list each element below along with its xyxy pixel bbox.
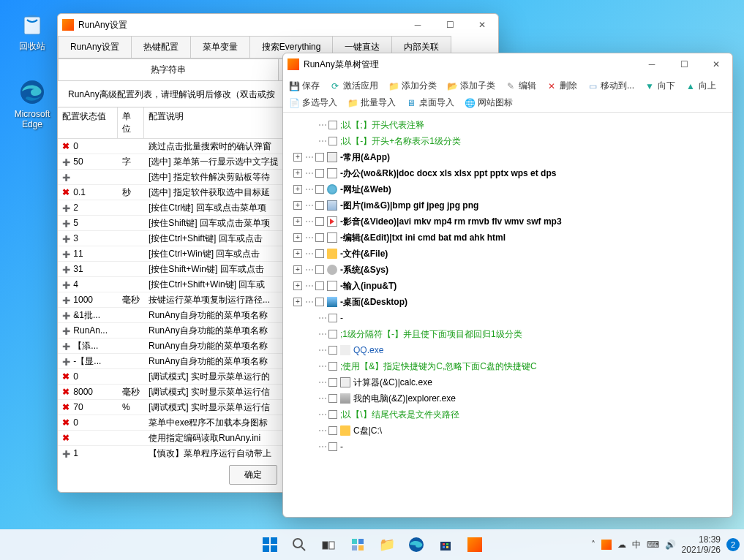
expand-toggle[interactable]: + [293, 249, 302, 258]
tree-node[interactable]: ⋯QQ.exe [289, 342, 726, 358]
tray-chevron-icon[interactable]: ˄ [591, 540, 595, 550]
tree-checkbox[interactable] [328, 121, 337, 129]
tray-onedrive-icon[interactable]: ☁ [617, 540, 626, 550]
col-unit[interactable]: 单位 [118, 107, 144, 138]
tray-clock[interactable]: 18:39 2021/9/26 [682, 534, 721, 556]
tray-ime-button[interactable]: 中 [632, 539, 641, 551]
tree-checkbox[interactable] [315, 298, 324, 306]
tray-runany-icon[interactable] [601, 540, 612, 550]
desktop-icon-edge[interactable]: Microsoft Edge [10, 77, 54, 129]
expand-toggle[interactable]: + [293, 201, 302, 210]
tree-checkbox[interactable] [328, 362, 337, 371]
tree-node[interactable]: ⋯;以【-】开头+名称表示1级分类 [289, 133, 726, 149]
tree-checkbox[interactable] [328, 410, 337, 419]
tree-node[interactable]: +⋯-输入(inpu&T) [289, 278, 726, 294]
tree-checkbox[interactable] [315, 217, 324, 226]
expand-toggle[interactable]: + [293, 265, 302, 274]
tree-checkbox[interactable] [328, 426, 337, 435]
tree-node[interactable]: +⋯-影音(&Video)|avi mkv mp4 rm rmvb flv wm… [289, 213, 726, 230]
tree-checkbox[interactable] [315, 169, 324, 178]
tree-node[interactable]: +⋯-办公(wo&Rk)|doc docx xls xlsx ppt pptx … [289, 165, 726, 181]
move-down-button[interactable]: ▼向下 [643, 78, 677, 94]
tree-node[interactable]: ⋯;1级分隔符【-】并且使下面项目都回归1级分类 [289, 326, 726, 342]
expand-toggle[interactable]: + [293, 185, 302, 194]
tree-node[interactable]: ⋯;以【\】结尾代表是文件夹路径 [289, 406, 726, 423]
desktop-import-button[interactable]: 🖥桌面导入 [405, 95, 456, 110]
tree-node[interactable]: ⋯- [289, 439, 726, 455]
tree-checkbox[interactable] [328, 137, 337, 145]
batch-import-button[interactable]: 📁批量导入 [346, 95, 397, 110]
tree-node[interactable]: ⋯;以【;】开头代表注释 [289, 117, 726, 133]
titlebar[interactable]: RunAny菜单树管理 ─ ☐ ✕ [283, 53, 732, 75]
search-button[interactable] [285, 531, 313, 559]
expand-toggle[interactable]: + [293, 217, 302, 226]
runany-taskbar-button[interactable] [461, 531, 489, 559]
save-button[interactable]: 💾保存 [288, 78, 321, 94]
expand-toggle[interactable]: + [293, 281, 302, 290]
explorer-button[interactable]: 📁 [373, 531, 401, 559]
move-up-button[interactable]: ▲向上 [684, 78, 718, 94]
expand-toggle[interactable]: + [293, 169, 302, 178]
desktop-icon-recycle-bin[interactable]: 回收站 [10, 9, 54, 53]
tree-checkbox[interactable] [315, 249, 324, 258]
tree-node[interactable]: ⋯- [289, 310, 726, 326]
tree-node[interactable]: +⋯-网址(&Web) [289, 181, 726, 197]
tree-checkbox[interactable] [328, 314, 337, 322]
web-icon-button[interactable]: 🌐网站图标 [463, 95, 514, 110]
tree-checkbox[interactable] [328, 442, 337, 451]
tree-node[interactable]: ⋯;使用【&】指定快捷键为C,忽略下面C盘的快捷键C [289, 358, 726, 374]
notification-badge[interactable]: 2 [726, 538, 740, 551]
ok-button[interactable]: 确定 [229, 465, 277, 485]
tree-checkbox[interactable] [315, 185, 324, 194]
add-category-button[interactable]: 📁添加分类 [387, 78, 438, 94]
tree-checkbox[interactable] [328, 378, 337, 387]
col-status-value[interactable]: 配置状态值 [58, 107, 118, 138]
tree-view[interactable]: ⋯;以【;】开头代表注释⋯;以【-】开头+名称表示1级分类+⋯-常用(&App)… [283, 113, 732, 517]
tab-2[interactable]: 菜单变量 [190, 36, 250, 58]
tree-checkbox[interactable] [315, 265, 324, 274]
tree-node[interactable]: +⋯-文件(&File) [289, 246, 726, 262]
expand-toggle[interactable]: + [293, 233, 302, 242]
tray-keyboard-icon[interactable]: ⌨ [647, 540, 659, 550]
tree-node[interactable]: +⋯-图片(im&G)|bmp gif jpeg jpg png [289, 197, 726, 213]
tree-checkbox[interactable] [328, 346, 337, 355]
tree-node[interactable]: ⋯我的电脑(&Z)|explorer.exe [289, 390, 726, 406]
store-button[interactable] [432, 531, 459, 559]
tree-checkbox[interactable] [315, 233, 324, 242]
delete-button[interactable]: ✕删除 [545, 78, 579, 94]
tree-checkbox[interactable] [315, 153, 324, 162]
tree-node[interactable]: +⋯-常用(&App) [289, 149, 726, 165]
subtab-0[interactable]: 热字符串 [58, 58, 279, 80]
edge-taskbar-button[interactable] [402, 531, 430, 559]
widgets-button[interactable] [344, 531, 372, 559]
task-view-button[interactable] [315, 531, 342, 559]
edit-button[interactable]: ✎编辑 [504, 78, 538, 94]
tree-node[interactable]: ⋯计算器(&C)|calc.exe [289, 374, 726, 390]
minimize-button[interactable]: ─ [402, 14, 434, 36]
tree-checkbox[interactable] [328, 330, 337, 338]
minimize-button[interactable]: ─ [636, 53, 668, 75]
titlebar[interactable]: RunAny设置 ─ ☐ ✕ [58, 14, 498, 36]
move-to-button[interactable]: ▭移动到... [586, 78, 636, 94]
tab-1[interactable]: 热键配置 [131, 36, 191, 58]
tree-node[interactable]: +⋯-系统(&Sys) [289, 262, 726, 278]
close-button[interactable]: ✕ [466, 14, 498, 36]
close-button[interactable]: ✕ [700, 53, 732, 75]
multi-import-button[interactable]: 📄多选导入 [288, 95, 339, 110]
tree-node[interactable]: ⋯C盘|C:\ [289, 423, 726, 439]
expand-toggle[interactable]: + [293, 153, 302, 162]
maximize-button[interactable]: ☐ [668, 53, 700, 75]
apply-button[interactable]: ⟳激活应用 [328, 78, 380, 94]
expand-toggle[interactable]: + [293, 298, 302, 306]
tree-checkbox[interactable] [315, 281, 324, 290]
maximize-button[interactable]: ☐ [434, 14, 466, 36]
tree-node[interactable]: +⋯-编辑(&Edit)|txt ini cmd bat md ahk html [289, 230, 726, 246]
tree-checkbox[interactable] [315, 201, 324, 210]
tree-node[interactable]: +⋯-桌面(&Desktop) [289, 294, 726, 310]
tray-volume-icon[interactable]: 🔊 [665, 540, 676, 550]
svg-rect-5 [271, 545, 277, 552]
tab-0[interactable]: RunAny设置 [58, 36, 132, 58]
start-button[interactable] [256, 531, 284, 559]
add-subcategory-button[interactable]: 📂添加子类 [446, 78, 497, 94]
tree-checkbox[interactable] [328, 394, 337, 403]
